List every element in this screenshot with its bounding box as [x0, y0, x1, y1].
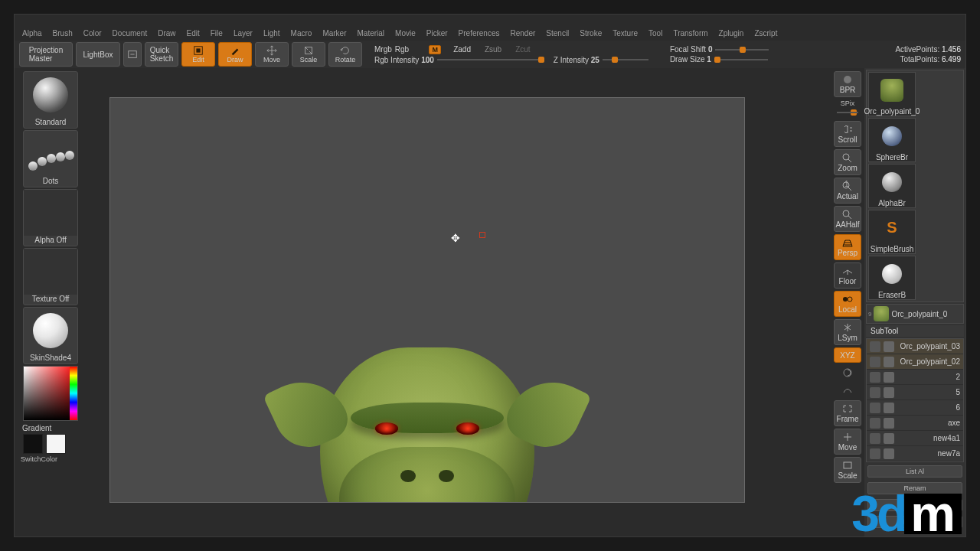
tool-thumb[interactable]: SSimpleBrush: [868, 210, 916, 254]
menu-light[interactable]: Light: [259, 28, 285, 41]
xyz-button[interactable]: XYZ: [834, 347, 861, 363]
menu-zplugin[interactable]: Zplugin: [714, 28, 749, 41]
menu-picker[interactable]: Picker: [422, 28, 452, 41]
left-palette: Standard Dots Alpha Off Texture Off Skin…: [15, 68, 87, 536]
draw-mode-button[interactable]: Draw: [218, 42, 252, 67]
titlebar: [15, 15, 965, 28]
subtool-row[interactable]: axe: [867, 416, 963, 431]
nav-scale-button[interactable]: Scale: [834, 457, 861, 483]
subtool-list: Orc_polypaint_03Orc_polypaint_02256axene…: [866, 338, 964, 462]
menu-zscript[interactable]: Zscript: [750, 28, 782, 41]
actual-button[interactable]: 1Actual: [834, 178, 861, 204]
zsub-toggle[interactable]: Zsub: [485, 45, 501, 54]
rgb-intensity-label: Rgb Intensity 100: [374, 56, 434, 64]
local-button[interactable]: Local: [834, 291, 861, 317]
subtool-header[interactable]: SubTool: [866, 325, 964, 337]
switch-color[interactable]: [23, 434, 78, 454]
menu-tool[interactable]: Tool: [644, 28, 667, 41]
menu-draw[interactable]: Draw: [153, 28, 180, 41]
polyf-button[interactable]: [834, 383, 861, 398]
tool-thumb[interactable]: EraserB: [868, 256, 916, 300]
lsym-button[interactable]: LSym: [834, 319, 861, 345]
right-nav: BPR SPix Scroll Zoom 1Actual AAHalf Pers…: [831, 68, 864, 536]
menu-brush[interactable]: Brush: [48, 28, 77, 41]
watermark-3dm: 3dm: [851, 494, 962, 534]
material-tile[interactable]: SkinShade4: [23, 307, 78, 364]
edit-mode-button[interactable]: Edit: [181, 42, 215, 67]
tool-thumb[interactable]: SphereBr: [868, 118, 916, 162]
menubar: AlphaBrushColorDocumentDrawEditFileLayer…: [15, 28, 965, 41]
subtool-row[interactable]: 6: [867, 400, 963, 416]
persp-button[interactable]: Persp: [834, 234, 861, 260]
launcher-button[interactable]: [123, 42, 142, 67]
draw-size-label: Draw Size 1: [670, 55, 711, 64]
move-mode-button[interactable]: Move: [255, 42, 289, 67]
menu-render[interactable]: Render: [506, 28, 541, 41]
tool-strip: Projection Master LightBox Quick Sketch …: [15, 41, 965, 68]
m-toggle[interactable]: M: [429, 45, 441, 54]
alpha-tile[interactable]: Alpha Off: [23, 189, 78, 246]
menu-stencil[interactable]: Stencil: [541, 28, 573, 41]
nav-move-button[interactable]: Move: [834, 429, 861, 455]
focal-shift-slider[interactable]: [715, 49, 769, 51]
stroke-tile[interactable]: Dots: [23, 130, 78, 187]
zadd-toggle[interactable]: Zadd: [453, 45, 471, 54]
rotate-mode-button[interactable]: Rotate: [328, 42, 362, 67]
mrgb-toggle[interactable]: Mrgb: [374, 45, 392, 54]
rgb-intensity-slider[interactable]: [437, 59, 544, 60]
lightbox-button[interactable]: LightBox: [76, 42, 120, 67]
subtool-row[interactable]: Orc_polypaint_03: [867, 339, 963, 354]
menu-marker[interactable]: Marker: [318, 28, 351, 41]
zoom-button[interactable]: Zoom: [834, 149, 861, 175]
list-all-button[interactable]: List Al: [867, 465, 962, 478]
primary-swatch[interactable]: [46, 434, 66, 454]
secondary-swatch[interactable]: [23, 434, 43, 454]
draw-size-slider[interactable]: [714, 59, 768, 60]
scale-mode-button[interactable]: Scale: [292, 42, 325, 67]
projection-master-button[interactable]: Projection Master: [19, 42, 73, 67]
subtool-row[interactable]: 2: [867, 370, 963, 385]
right-panel: Orc_polypaint_0SphereBrAlphaBrSSimpleBru…: [864, 68, 965, 536]
menu-edit[interactable]: Edit: [182, 28, 204, 41]
z-intensity-slider[interactable]: [603, 59, 648, 60]
subtool-row[interactable]: new7a: [867, 446, 963, 461]
menu-layer[interactable]: Layer: [229, 28, 257, 41]
subtool-row[interactable]: 5: [867, 385, 963, 400]
tool-thumb[interactable]: Orc_polypaint_0: [868, 72, 916, 116]
menu-stroke[interactable]: Stroke: [575, 28, 606, 41]
hue-bar[interactable]: [70, 367, 77, 420]
texture-tile[interactable]: Texture Off: [23, 248, 78, 305]
svg-point-4: [844, 76, 851, 83]
floor-button[interactable]: Floor: [834, 262, 861, 289]
spix-slider[interactable]: SPix: [834, 99, 861, 112]
menu-macro[interactable]: Macro: [286, 28, 317, 41]
menu-color[interactable]: Color: [79, 28, 106, 41]
menu-transform[interactable]: Transform: [668, 28, 712, 41]
menu-material[interactable]: Material: [353, 28, 390, 41]
tool-thumb[interactable]: AlphaBr: [868, 164, 916, 208]
subtool-row[interactable]: Orc_polypaint_02: [867, 354, 963, 370]
menu-file[interactable]: File: [206, 28, 227, 41]
menu-preferences[interactable]: Preferences: [454, 28, 505, 41]
viewport[interactable]: ✥: [109, 97, 745, 503]
menu-document[interactable]: Document: [108, 28, 152, 41]
menu-alpha[interactable]: Alpha: [18, 28, 47, 41]
solo-button[interactable]: [834, 365, 861, 380]
zcut-toggle[interactable]: Zcut: [515, 45, 530, 54]
menu-movie[interactable]: Movie: [390, 28, 420, 41]
brush-target-icon: [479, 232, 485, 238]
menu-texture[interactable]: Texture: [608, 28, 642, 41]
scroll-button[interactable]: Scroll: [834, 121, 861, 147]
gradient-label[interactable]: Gradient: [18, 424, 51, 432]
current-tool[interactable]: 9 Orc_polypaint_0: [866, 304, 964, 324]
quick-sketch-button[interactable]: Quick Sketch: [145, 42, 178, 67]
bpr-button[interactable]: BPR: [834, 71, 861, 97]
active-points-readout: ActivePoints: 1.456: [895, 45, 961, 54]
color-picker[interactable]: [23, 366, 78, 421]
subtool-row[interactable]: new4a1: [867, 431, 963, 446]
brush-tile[interactable]: Standard: [23, 71, 78, 129]
canvas-wrap: ✥: [87, 68, 831, 536]
frame-button[interactable]: Frame: [834, 400, 861, 426]
rgb-toggle[interactable]: Rgb: [395, 45, 409, 54]
aahalf-button[interactable]: AAHalf: [834, 206, 861, 232]
